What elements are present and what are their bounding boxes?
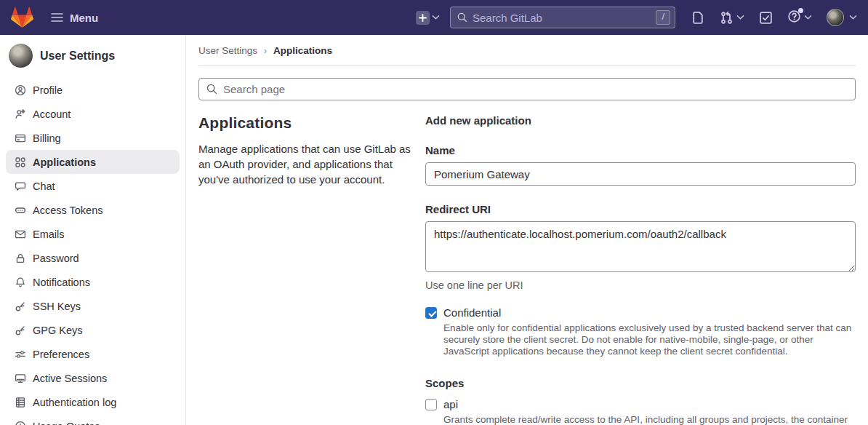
confidential-description: Enable only for confidential application… [443,322,856,357]
breadcrumb-applications: Applications [273,45,332,56]
issues-icon [691,11,705,25]
log-table-icon [15,397,26,408]
redirect-uri-textarea[interactable]: https://authenticate.localhost.pomerium.… [425,221,856,272]
user-avatar [827,9,844,26]
search-shortcut-key: / [656,10,670,25]
scope-api-row: api Grants complete read/write access to… [425,398,856,425]
sidebar-item-label: Usage Quotas [33,421,100,425]
profile-avatar [9,44,33,68]
plus-icon [416,11,430,25]
quota-icon [15,421,26,425]
scope-api-checkbox[interactable] [425,399,437,410]
sidebar-item-authentication-log[interactable]: Authentication log [6,390,180,414]
form-heading: Add new application [425,114,856,127]
lock-icon [15,253,26,264]
sidebar-item-profile[interactable]: Profile [6,78,180,102]
chevron-down-icon [432,15,440,20]
breadcrumb-user-settings[interactable]: User Settings [198,45,257,56]
sidebar-item-account[interactable]: Account [6,102,180,126]
sidebar-item-access-tokens[interactable]: Access Tokens [6,198,180,222]
new-item-dropdown[interactable] [416,11,440,25]
applications-grid-icon [15,156,26,168]
global-search-input[interactable] [473,12,656,24]
bell-icon [15,277,26,288]
chat-bubble-icon [15,180,26,192]
global-search[interactable]: / [450,7,675,28]
breadcrumb: User Settings › Applications [198,45,856,56]
sidebar-item-label: Notifications [33,277,90,288]
page-description: Manage applications that can use GitLab … [198,141,411,187]
menu-button[interactable]: Menu [51,12,98,24]
sidebar-item-label: Applications [33,156,96,168]
sidebar-item-emails[interactable]: Emails [6,222,180,246]
sidebar-item-label: Preferences [33,349,89,360]
confidential-row: Confidential Enable only for confidentia… [425,306,856,357]
token-icon [15,204,26,216]
sidebar-item-notifications[interactable]: Notifications [6,270,180,294]
merge-request-icon [720,11,734,25]
divider [198,65,856,66]
todo-check-icon [759,11,773,25]
application-name-input[interactable] [425,162,856,186]
scope-api-description: Grants complete read/write access to the… [443,414,856,425]
page-title: Applications [198,114,411,132]
sidebar-item-label: Billing [33,132,61,144]
user-icon [15,84,26,96]
chevron-right-icon: › [264,46,267,56]
hamburger-icon [51,12,63,23]
sidebar-item-label: SSH Keys [33,301,81,312]
sidebar-item-label: Authentication log [33,397,116,408]
todos-button[interactable] [759,11,773,25]
gitlab-tanuki-icon [11,7,33,28]
sidebar-item-label: Access Tokens [33,204,103,216]
menu-label: Menu [70,12,98,24]
sidebar-item-active-sessions[interactable]: Active Sessions [6,366,180,390]
user-menu[interactable] [827,9,857,26]
sidebar-item-label: Emails [33,229,65,240]
merge-requests-dropdown[interactable] [720,11,744,25]
sidebar-item-ssh-keys[interactable]: SSH Keys [6,294,180,318]
page-search[interactable] [198,78,856,100]
gitlab-logo[interactable] [11,7,33,28]
user-gear-icon [15,108,26,120]
sidebar-item-label: Chat [33,180,55,192]
credit-card-icon [15,132,26,144]
key-icon [15,301,26,312]
sidebar-item-label: Password [33,253,79,264]
top-navbar: Menu / [0,0,868,35]
settings-sidebar: User Settings Profile Account Billing Ap… [0,35,186,425]
confidential-checkbox[interactable] [425,307,437,319]
main-content: User Settings › Applications Application… [186,0,868,425]
sidebar-item-label: Account [33,108,71,120]
sidebar-item-label: Active Sessions [33,373,107,384]
scope-api-label[interactable]: api [443,398,856,410]
page-search-input[interactable] [223,83,848,95]
sidebar-title: User Settings [40,49,115,63]
redirect-uri-label: Redirect URI [425,203,856,215]
confidential-label[interactable]: Confidential [443,306,856,319]
sidebar-item-label: Profile [33,84,63,96]
help-icon [787,9,801,26]
mail-icon [15,229,26,240]
issues-button[interactable] [691,11,705,25]
chevron-down-icon [736,15,744,20]
redirect-uri-hint: Use one line per URI [425,279,856,291]
sidebar-item-billing[interactable]: Billing [6,126,180,150]
sliders-icon [15,349,26,360]
sidebar-item-applications[interactable]: Applications [6,150,180,174]
chevron-down-icon [849,15,857,20]
sidebar-item-preferences[interactable]: Preferences [6,342,180,366]
search-icon [206,84,217,95]
monitor-icon [15,373,26,384]
name-label: Name [425,144,856,156]
sidebar-item-gpg-keys[interactable]: GPG Keys [6,318,180,342]
sidebar-item-chat[interactable]: Chat [6,174,180,198]
sidebar-item-label: GPG Keys [33,325,83,336]
help-dropdown[interactable] [787,9,812,26]
sidebar-item-usage-quotas[interactable]: Usage Quotas [6,414,180,425]
key-icon [15,325,26,336]
notification-dot [798,8,803,13]
chevron-down-icon [804,15,812,20]
sidebar-item-password[interactable]: Password [6,246,180,270]
scopes-heading: Scopes [425,377,856,389]
